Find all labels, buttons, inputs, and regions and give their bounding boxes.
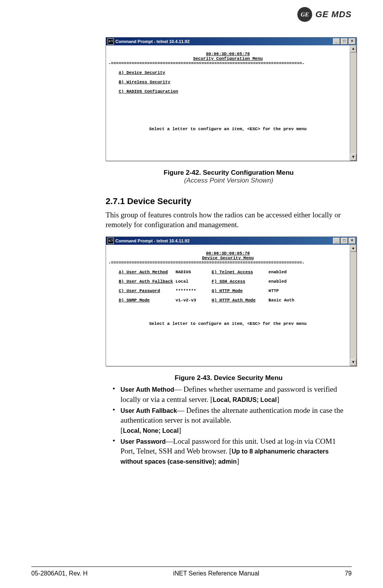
bullet-icon: • <box>113 405 120 436</box>
brand-text: GE MDS <box>315 9 352 20</box>
list-item: • User Password—Local password for this … <box>106 436 352 466</box>
close-button[interactable]: × <box>349 38 356 45</box>
maximize-button[interactable]: □ <box>341 38 348 45</box>
footer-right: 79 <box>345 570 352 577</box>
figure1-caption-sub: (Access Point Version Shown) <box>106 177 352 185</box>
bullet-icon: • <box>113 384 120 404</box>
scrollbar[interactable]: ▲ ▼ <box>350 45 356 161</box>
figure2-caption-title: Figure 2-43. Device Security Menu <box>106 374 352 382</box>
footer-center: iNET Series Reference Manual <box>173 570 259 577</box>
maximize-button[interactable]: □ <box>341 238 348 244</box>
ge-monogram-icon: GE <box>297 7 312 22</box>
window-title: Command Prompt - telnet 10.4.11.92 <box>115 238 333 243</box>
window-title: Command Prompt - telnet 10.4.11.92 <box>115 39 333 44</box>
footer-left: 05-2806A01, Rev. H <box>31 570 88 577</box>
bullet-icon: • <box>113 436 120 466</box>
window-titlebar: c:\ Command Prompt - telnet 10.4.11.92 _… <box>106 237 356 245</box>
scroll-down-icon[interactable]: ▼ <box>350 154 356 161</box>
definition-list: • User Auth Method— Defines whether user… <box>106 384 352 466</box>
cmd-icon: c:\ <box>108 238 114 244</box>
terminal-window-device-security: c:\ Command Prompt - telnet 10.4.11.92 _… <box>106 237 357 366</box>
scroll-up-icon[interactable]: ▲ <box>350 245 356 252</box>
page-footer: 05-2806A01, Rev. H iNET Series Reference… <box>31 570 352 577</box>
term-label: User Auth Fallback <box>120 407 177 414</box>
cmd-icon: c:\ <box>108 38 114 45</box>
footer-rule <box>31 566 352 567</box>
scroll-up-icon[interactable]: ▲ <box>350 45 356 52</box>
terminal-output: 00:06:3D:00:05:76Security Configuration … <box>106 45 350 161</box>
figure1-caption-title: Figure 2-42. Security Configuration Menu <box>106 169 352 177</box>
scrollbar[interactable]: ▲ ▼ <box>350 245 356 366</box>
term-label: User Password <box>120 438 166 445</box>
term-label: User Auth Method <box>120 386 174 393</box>
section-intro: This group of features controls how the … <box>106 210 352 229</box>
terminal-output: 00:06:3D:00:05:76Device Security Menu-==… <box>106 245 350 366</box>
list-item: • User Auth Method— Defines whether user… <box>106 384 352 404</box>
section-heading: 2.7.1 Device Security <box>106 196 352 206</box>
list-item: • User Auth Fallback— Defines the altern… <box>106 405 352 436</box>
minimize-button[interactable]: _ <box>333 38 340 45</box>
close-button[interactable]: × <box>349 238 356 244</box>
window-titlebar: c:\ Command Prompt - telnet 10.4.11.92 _… <box>106 38 356 45</box>
minimize-button[interactable]: _ <box>333 238 340 244</box>
scroll-down-icon[interactable]: ▼ <box>350 359 356 366</box>
terminal-window-security-config: c:\ Command Prompt - telnet 10.4.11.92 _… <box>106 37 357 161</box>
brand-logo: GE GE MDS <box>297 7 352 22</box>
